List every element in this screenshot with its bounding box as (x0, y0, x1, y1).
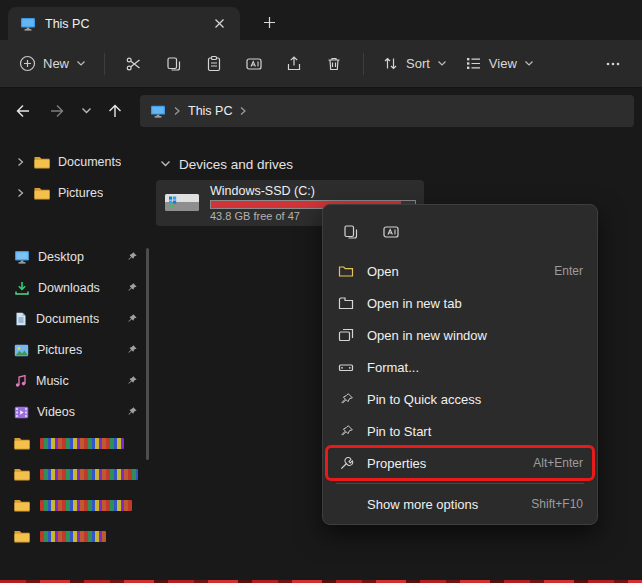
menu-item-label: Show more options (367, 497, 478, 512)
sidebar-item-desktop[interactable]: Desktop (4, 242, 146, 272)
menu-item-open-in-new-tab[interactable]: Open in new tab (327, 287, 593, 319)
expand-chevron-icon[interactable] (14, 157, 26, 167)
expand-chevron-icon[interactable] (14, 188, 26, 198)
sidebar-item-redacted[interactable] (4, 521, 146, 551)
menu-item-pin-to-start[interactable]: Pin to Start (327, 415, 593, 447)
sidebar-item-label: Pictures (37, 343, 82, 357)
section-title: Devices and drives (179, 157, 293, 172)
rename-icon (382, 223, 400, 241)
tab-title: This PC (45, 17, 199, 31)
chevron-down-icon (524, 60, 534, 67)
menu-item-label: Open in new tab (367, 296, 462, 311)
pin-icon (126, 406, 138, 418)
address-bar[interactable]: This PC (140, 95, 634, 127)
rename-button[interactable] (234, 48, 274, 80)
pin-icon (126, 313, 138, 325)
sidebar-item-label: Downloads (38, 281, 100, 295)
pin-icon (126, 375, 138, 387)
view-button[interactable]: View (456, 48, 543, 79)
context-menu-quick-actions (327, 209, 593, 255)
menu-item-show-more-options[interactable]: Show more options Shift+F10 (327, 488, 593, 520)
share-icon (285, 55, 303, 73)
menu-separator (336, 483, 584, 484)
sidebar-item-redacted[interactable] (4, 428, 146, 458)
new-tab-button[interactable] (256, 10, 282, 34)
sidebar-item-documents[interactable]: Documents (4, 304, 146, 334)
devices-and-drives-header[interactable]: Devices and drives (150, 152, 642, 176)
navigation-row: This PC (0, 88, 642, 134)
pin-icon (337, 392, 355, 407)
pictures-icon (14, 344, 29, 357)
sidebar-item-videos[interactable]: Videos (4, 397, 146, 427)
cut-button[interactable] (114, 48, 154, 80)
trash-icon (325, 55, 343, 73)
sidebar-item-label: Documents (58, 155, 121, 169)
sidebar-item-redacted[interactable] (4, 490, 146, 520)
sidebar-item-music[interactable]: Music (4, 366, 146, 396)
pin-icon (337, 424, 355, 439)
up-button[interactable] (100, 96, 130, 126)
drive-icon (162, 186, 202, 220)
this-pc-icon (20, 17, 36, 31)
menu-item-shortcut: Shift+F10 (531, 497, 583, 511)
scissors-icon (125, 55, 143, 73)
sidebar-item-pictures[interactable]: Pictures (4, 335, 146, 365)
menu-item-format[interactable]: Format... (327, 351, 593, 383)
copy-icon (342, 223, 360, 241)
copy-button[interactable] (154, 48, 194, 80)
pixelated-label (40, 500, 132, 511)
sidebar-scrollbar[interactable] (146, 248, 149, 460)
sort-button[interactable]: Sort (373, 48, 456, 79)
back-button[interactable] (8, 96, 38, 126)
context-menu: Open Enter Open in new tab Open in new w… (322, 204, 598, 525)
menu-item-label: Pin to Quick access (367, 392, 481, 407)
forward-button[interactable] (42, 96, 72, 126)
menu-item-properties[interactable]: Properties Alt+Enter (327, 447, 593, 479)
view-button-label: View (489, 56, 517, 71)
navigation-pane: Documents Pictures Desktop Downloads (0, 134, 150, 580)
paste-icon (205, 55, 223, 73)
new-button[interactable]: New (10, 48, 95, 79)
chevron-down-icon (160, 160, 171, 168)
copy-button[interactable] (335, 216, 367, 248)
chevron-down-icon (437, 60, 447, 67)
pin-icon (126, 282, 138, 294)
more-options-button[interactable] (594, 49, 632, 79)
menu-item-pin-to-quick-access[interactable]: Pin to Quick access (327, 383, 593, 415)
menu-item-label: Open (367, 264, 399, 279)
titlebar: This PC (0, 0, 642, 40)
desktop-icon (14, 250, 30, 264)
arrow-up-icon (106, 102, 124, 120)
tab-close-button[interactable] (208, 13, 230, 35)
sidebar-item-downloads[interactable]: Downloads (4, 273, 146, 303)
sort-button-label: Sort (406, 56, 430, 71)
share-button[interactable] (274, 48, 314, 80)
rename-icon (245, 55, 263, 73)
paste-button[interactable] (194, 48, 234, 80)
menu-item-label: Properties (367, 456, 426, 471)
tab-this-pc[interactable]: This PC (8, 7, 240, 40)
menu-item-open[interactable]: Open Enter (327, 255, 593, 287)
pixelated-label (40, 531, 106, 542)
folder-icon (14, 437, 30, 450)
toolbar-separator (104, 53, 105, 75)
breadcrumb-item-this-pc[interactable]: This PC (188, 104, 232, 118)
menu-item-open-in-new-window[interactable]: Open in new window (327, 319, 593, 351)
view-icon (465, 55, 482, 72)
sidebar-item-documents-tree[interactable]: Documents (4, 147, 146, 177)
sidebar-item-pictures-tree[interactable]: Pictures (4, 178, 146, 208)
delete-button[interactable] (314, 48, 354, 80)
plus-icon (263, 16, 276, 29)
sidebar-item-redacted[interactable] (4, 459, 146, 489)
drive-name: Windows-SSD (C:) (210, 184, 416, 198)
copy-icon (165, 55, 183, 73)
folder-icon (14, 499, 30, 512)
arrow-right-icon (48, 102, 66, 120)
new-button-label: New (43, 56, 69, 71)
downloads-icon (14, 281, 30, 295)
sidebar-item-label: Videos (37, 405, 75, 419)
new-window-icon (337, 328, 355, 342)
rename-button[interactable] (375, 216, 407, 248)
recent-locations-button[interactable] (76, 96, 96, 126)
properties-icon (337, 456, 355, 471)
